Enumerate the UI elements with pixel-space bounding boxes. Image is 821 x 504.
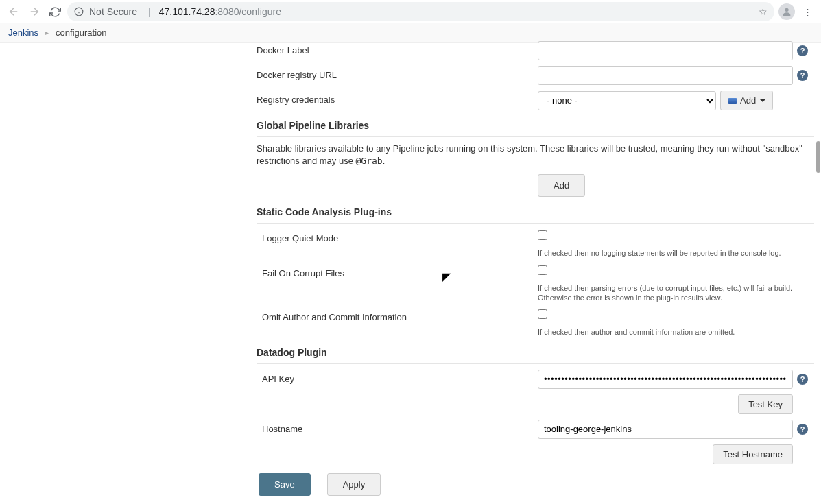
test-key-button[interactable]: Test Key bbox=[738, 394, 793, 414]
divider bbox=[257, 223, 814, 224]
info-icon bbox=[74, 7, 84, 16]
chevron-down-icon bbox=[760, 99, 765, 102]
divider bbox=[257, 363, 814, 364]
docker-label-row: Docker Label ? bbox=[257, 41, 814, 60]
svg-point-3 bbox=[785, 8, 788, 12]
apply-button[interactable]: Apply bbox=[327, 473, 381, 496]
omit-author-row: Omit Author and Commit Information If ch… bbox=[257, 308, 814, 337]
api-key-input[interactable] bbox=[538, 370, 793, 389]
fail-corrupt-checkbox[interactable] bbox=[538, 265, 547, 275]
add-credentials-button[interactable]: Add bbox=[720, 91, 773, 110]
back-icon[interactable] bbox=[5, 3, 22, 20]
help-icon[interactable]: ? bbox=[797, 70, 808, 81]
docker-registry-label: Docker registry URL bbox=[257, 66, 538, 80]
menu-icon[interactable]: ⋮ bbox=[799, 3, 816, 20]
footer-actions: Save Apply bbox=[259, 473, 381, 496]
logger-quiet-help: If checked then no logging statements wi… bbox=[538, 248, 798, 258]
api-key-row: API Key ? bbox=[257, 370, 814, 389]
pipeline-add-row: Add bbox=[257, 174, 814, 197]
pipeline-description: Sharable libraries available to any Pipe… bbox=[257, 143, 814, 167]
omit-author-help: If checked then author and commit inform… bbox=[538, 327, 798, 337]
registry-creds-label: Registry credentials bbox=[257, 91, 538, 105]
forward-icon[interactable] bbox=[26, 3, 43, 20]
config-form: Docker Label ? Docker registry URL ? Reg… bbox=[257, 41, 814, 470]
divider bbox=[257, 136, 814, 137]
key-icon bbox=[728, 98, 737, 104]
logger-quiet-label: Logger Quiet Mode bbox=[257, 229, 538, 243]
separator: | bbox=[148, 6, 151, 17]
section-analysis-title: Static Code Analysis Plug-ins bbox=[257, 206, 814, 217]
omit-author-checkbox[interactable] bbox=[538, 309, 547, 319]
browser-toolbar: Not Secure | 47.101.74.28:8080/configure… bbox=[0, 0, 821, 23]
help-icon[interactable]: ? bbox=[797, 45, 808, 56]
address-bar[interactable]: Not Secure | 47.101.74.28:8080/configure… bbox=[67, 2, 774, 21]
profile-avatar[interactable] bbox=[778, 3, 795, 20]
pipeline-add-button[interactable]: Add bbox=[538, 174, 585, 197]
registry-creds-select[interactable]: - none - bbox=[538, 91, 716, 110]
breadcrumb: Jenkins ▸ configuration bbox=[0, 23, 821, 43]
scrollbar-thumb[interactable] bbox=[816, 141, 820, 173]
docker-registry-row: Docker registry URL ? bbox=[257, 66, 814, 85]
logger-quiet-row: Logger Quiet Mode If checked then no log… bbox=[257, 229, 814, 258]
star-icon[interactable]: ☆ bbox=[759, 6, 768, 17]
hostname-label: Hostname bbox=[257, 420, 538, 434]
chevron-right-icon: ▸ bbox=[45, 29, 49, 36]
docker-registry-input[interactable] bbox=[538, 66, 793, 85]
docker-label-label: Docker Label bbox=[257, 41, 538, 56]
breadcrumb-jenkins[interactable]: Jenkins bbox=[8, 27, 38, 38]
help-icon[interactable]: ? bbox=[797, 424, 808, 435]
fail-corrupt-label: Fail On Corrupt Files bbox=[257, 264, 538, 278]
url-text: 47.101.74.28:8080/configure bbox=[159, 6, 281, 17]
hostname-row: Hostname ? bbox=[257, 420, 814, 439]
docker-label-input[interactable] bbox=[538, 41, 793, 60]
help-icon[interactable]: ? bbox=[797, 374, 808, 385]
section-pipeline-title: Global Pipeline Libraries bbox=[257, 120, 814, 131]
fail-corrupt-row: Fail On Corrupt Files If checked then pa… bbox=[257, 264, 814, 303]
api-key-label: API Key bbox=[257, 370, 538, 384]
breadcrumb-config: configuration bbox=[56, 27, 106, 38]
security-status: Not Secure bbox=[89, 6, 137, 17]
section-datadog-title: Datadog Plugin bbox=[257, 347, 814, 358]
fail-corrupt-help: If checked then parsing errors (due to c… bbox=[538, 283, 798, 303]
reload-icon[interactable] bbox=[47, 3, 63, 20]
test-hostname-button[interactable]: Test Hostname bbox=[713, 444, 793, 464]
hostname-input[interactable] bbox=[538, 420, 793, 439]
registry-creds-row: Registry credentials - none - Add bbox=[257, 91, 814, 110]
save-button[interactable]: Save bbox=[259, 473, 311, 496]
omit-author-label: Omit Author and Commit Information bbox=[257, 308, 538, 322]
logger-quiet-checkbox[interactable] bbox=[538, 230, 547, 240]
